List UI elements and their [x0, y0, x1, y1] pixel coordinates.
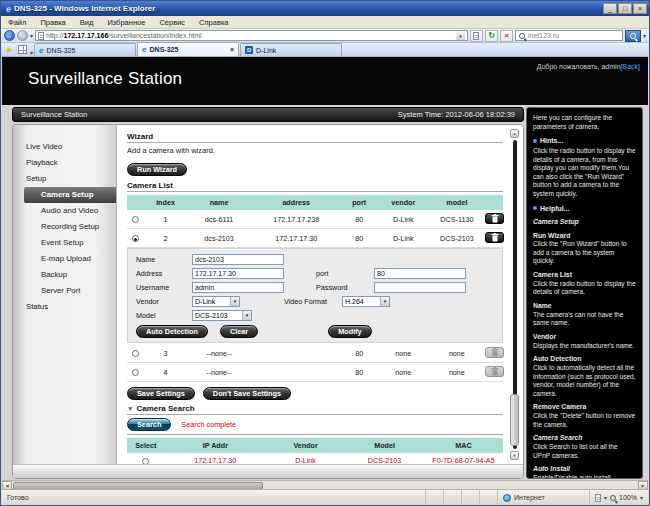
- username-field[interactable]: [192, 282, 284, 293]
- delete-camera-icon-disabled: [485, 366, 504, 377]
- search-row-radio[interactable]: [142, 458, 149, 464]
- tab-close-icon[interactable]: ×: [230, 46, 234, 53]
- run-wizard-button[interactable]: Run Wizard: [127, 163, 187, 176]
- system-time: System Time: 2012-06-06 18:02:39: [398, 110, 515, 119]
- model-select[interactable]: DCS-2103 ▼: [192, 310, 252, 321]
- sidebar-item-emap-upload[interactable]: E-map Upload: [13, 251, 116, 267]
- address-dropdown-icon[interactable]: ▾: [456, 31, 465, 40]
- tab-dns325-1[interactable]: e DNS-325: [34, 43, 136, 56]
- chevron-down-icon: ▼: [230, 297, 239, 306]
- camera-row-radio[interactable]: [132, 369, 139, 376]
- back-link[interactable]: [Back]: [621, 63, 640, 70]
- quick-tabs-icon[interactable]: [18, 45, 27, 54]
- cell-model: DCS-2103: [430, 229, 485, 248]
- camera-row-3: 3 --none-- 80 none none: [127, 344, 503, 363]
- stop-button[interactable]: ×: [500, 30, 513, 42]
- model-label: Model: [136, 311, 192, 320]
- menu-tools[interactable]: Сервис: [152, 18, 192, 27]
- password-field[interactable]: [374, 282, 466, 293]
- close-button[interactable]: ×: [633, 3, 647, 14]
- sidebar-item-server-port[interactable]: Server Port: [13, 283, 116, 299]
- sidebar-item-backup[interactable]: Backup: [13, 267, 116, 283]
- navigation-bar: ← → ▾ http://172.17.17.166/surveillances…: [1, 29, 649, 43]
- sidebar-item-live-video[interactable]: Live Video: [13, 139, 116, 155]
- delete-camera-icon-disabled: [485, 347, 504, 358]
- helpful-title: Helpful...: [540, 204, 570, 213]
- page-title: Surveillance Station: [21, 110, 87, 119]
- dlink-favicon: D: [245, 46, 253, 54]
- cell-index: 3: [144, 344, 187, 363]
- search-options-icon[interactable]: ▾: [643, 32, 646, 39]
- sidebar-item-camera-setup[interactable]: Camera Setup: [24, 187, 116, 203]
- clear-button[interactable]: Clear: [220, 325, 258, 338]
- help-intro: Here you can configure the parameters of…: [533, 114, 636, 131]
- save-settings-button[interactable]: Save Settings: [127, 387, 195, 400]
- video-format-select[interactable]: H.264 ▼: [342, 296, 390, 307]
- vendor-select[interactable]: D-Link ▼: [192, 296, 240, 307]
- sidebar-nav: Live Video Playback Setup Camera Setup A…: [13, 125, 117, 464]
- favorites-star-icon[interactable]: ★: [5, 45, 13, 55]
- ie-favicon: e: [39, 46, 43, 55]
- camera-row-2: 2 dcs-2103 172.17.17.30 80 D-Link DCS-21…: [127, 229, 503, 248]
- forward-icon[interactable]: →: [17, 30, 28, 41]
- delete-camera-icon[interactable]: [485, 213, 504, 224]
- camera-row-radio[interactable]: [132, 216, 139, 223]
- scrollbar-thumb[interactable]: [510, 394, 519, 446]
- camera-row-radio[interactable]: [132, 350, 139, 357]
- menu-file[interactable]: Файл: [1, 18, 33, 27]
- camera-list-table-bottom: 3 --none-- 80 none none 4 --none-- 80: [127, 344, 503, 382]
- cell-port: 80: [341, 363, 377, 382]
- help-section-heading: Auto Detection: [533, 355, 636, 364]
- sidebar-item-audio-and-video[interactable]: Audio and Video: [13, 203, 116, 219]
- modify-button[interactable]: Modify: [328, 325, 372, 338]
- scroll-down-icon[interactable]: ▼: [510, 451, 519, 460]
- content-scrollbar[interactable]: ▲ ▼: [509, 129, 520, 460]
- sidebar-item-setup[interactable]: Setup: [13, 171, 116, 187]
- collapse-triangle-icon: ▼: [127, 405, 133, 412]
- camera-search-toggle[interactable]: ▼ Camera Search: [127, 404, 503, 413]
- menu-favorites[interactable]: Избранное: [100, 18, 152, 27]
- cell-model: none: [430, 363, 485, 382]
- tab-dns325-2-active[interactable]: e DNS-325 ×: [137, 42, 239, 56]
- scroll-up-icon[interactable]: ▲: [510, 129, 519, 138]
- vendor-label: Vendor: [136, 297, 192, 306]
- menu-view[interactable]: Вид: [73, 18, 101, 27]
- auto-detection-button[interactable]: Auto Detection: [136, 325, 208, 338]
- refresh-button[interactable]: ↻: [485, 30, 498, 42]
- port-field[interactable]: [374, 268, 466, 279]
- menu-edit[interactable]: Правка: [33, 18, 72, 27]
- search-go-button[interactable]: [625, 30, 641, 42]
- sidebar-item-playback[interactable]: Playback: [13, 155, 116, 171]
- camera-row-1: 1 dcs-6111 172.17.17.238 80 D-Link DCS-1…: [127, 210, 503, 229]
- back-icon[interactable]: ←: [4, 30, 15, 41]
- menu-bar: Файл Правка Вид Избранное Сервис Справка: [1, 16, 649, 29]
- sidebar-item-recording-setup[interactable]: Recording Setup: [13, 219, 116, 235]
- address-field[interactable]: [192, 268, 284, 279]
- caret-icon[interactable]: ▾: [604, 494, 607, 501]
- name-field[interactable]: [192, 254, 284, 265]
- minimize-button[interactable]: _: [603, 3, 617, 14]
- model-value: DCS-2103: [193, 312, 242, 319]
- chevron-down-icon: ▼: [242, 311, 251, 320]
- sidebar-item-status[interactable]: Status: [13, 299, 116, 315]
- page-options-button[interactable]: [470, 30, 483, 42]
- address-bar[interactable]: http://172.17.17.166/surveillancestation…: [35, 30, 468, 41]
- zoom-caret-icon[interactable]: ▾: [640, 494, 643, 501]
- search-button[interactable]: Search: [127, 418, 171, 431]
- sidebar-item-event-setup[interactable]: Event Setup: [13, 235, 116, 251]
- delete-camera-icon[interactable]: [485, 232, 504, 243]
- camera-row-radio-selected[interactable]: [132, 235, 139, 242]
- tab-list-icon[interactable]: ▾: [30, 49, 33, 56]
- tab-dlink[interactable]: D D-Link: [240, 43, 342, 56]
- search-input[interactable]: inet123.ru: [515, 30, 623, 41]
- menu-help[interactable]: Справка: [192, 18, 235, 27]
- dont-save-settings-button[interactable]: Don't Save Settings: [203, 387, 291, 400]
- zoom-level[interactable]: 100%: [619, 494, 637, 501]
- search-status: Search complete: [181, 420, 236, 429]
- maximize-button[interactable]: □: [618, 3, 632, 14]
- col-model: model: [430, 195, 485, 210]
- cell-mac: F0-7D-68-07-94-A5: [424, 453, 503, 464]
- history-dropdown-icon[interactable]: ▾: [30, 32, 33, 39]
- help-section-heading: Auto Install: [533, 465, 636, 474]
- window-titlebar: e DNS-325 - Windows Internet Explorer _ …: [1, 1, 649, 16]
